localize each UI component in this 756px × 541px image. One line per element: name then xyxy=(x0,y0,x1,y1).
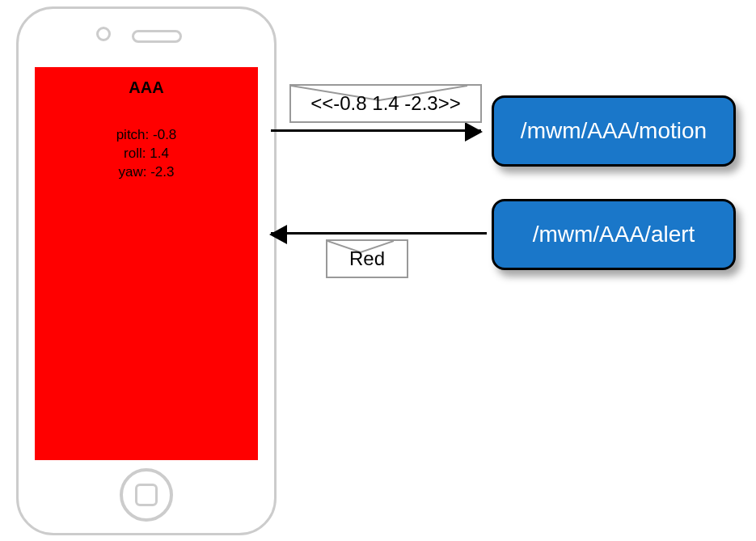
arrow-from-alert xyxy=(271,232,487,235)
topic-alert-box: /mwm/AAA/alert xyxy=(492,199,736,270)
alert-payload-text: Red xyxy=(349,247,385,270)
arrow-to-motion xyxy=(271,129,481,132)
home-button-icon xyxy=(120,468,173,522)
phone-screen: AAA pitch: -0.8 roll: 1.4 yaw: -2.3 xyxy=(35,67,258,460)
motion-readings: pitch: -0.8 roll: 1.4 yaw: -2.3 xyxy=(35,126,258,182)
yaw-label: yaw: xyxy=(119,164,147,180)
yaw-row: yaw: -2.3 xyxy=(35,163,258,182)
yaw-value: -2.3 xyxy=(150,164,174,180)
screen-title: AAA xyxy=(35,78,258,97)
roll-label: roll: xyxy=(124,146,146,161)
topic-motion-box: /mwm/AAA/motion xyxy=(492,95,736,167)
roll-row: roll: 1.4 xyxy=(35,145,258,163)
envelope-alert: Red xyxy=(326,239,408,278)
roll-value: 1.4 xyxy=(150,146,169,161)
envelope-motion: <<-0.8 1.4 -2.3>> xyxy=(289,84,482,123)
pitch-label: pitch: xyxy=(116,127,150,142)
motion-payload-text: <<-0.8 1.4 -2.3>> xyxy=(310,92,460,115)
phone-outline: AAA pitch: -0.8 roll: 1.4 yaw: -2.3 xyxy=(16,6,277,535)
diagram-stage: AAA pitch: -0.8 roll: 1.4 yaw: -2.3 xyxy=(0,0,756,541)
phone-speaker-icon xyxy=(132,30,182,43)
phone-camera-icon xyxy=(96,27,111,41)
pitch-value: -0.8 xyxy=(153,127,176,142)
pitch-row: pitch: -0.8 xyxy=(35,126,258,145)
topic-motion-label: /mwm/AAA/motion xyxy=(521,118,707,144)
topic-alert-label: /mwm/AAA/alert xyxy=(533,222,695,247)
